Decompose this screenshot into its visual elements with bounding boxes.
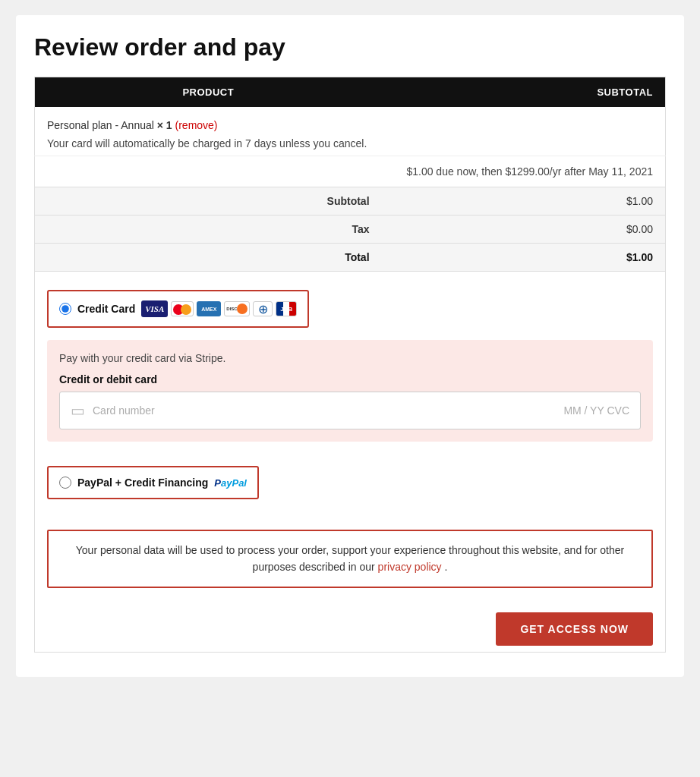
tax-row: Tax $0.00 xyxy=(35,215,666,244)
total-row: Total $1.00 xyxy=(35,244,666,272)
credit-card-option[interactable]: Credit Card VISA AMEX DISC xyxy=(47,290,309,328)
total-label: Total xyxy=(35,244,382,272)
subtotal-header: SUBTOTAL xyxy=(382,77,666,108)
paypal-option[interactable]: PayPal + Credit Financing PayPal xyxy=(47,466,259,499)
subtotal-row: Subtotal $1.00 xyxy=(35,187,666,215)
visa-icon: VISA xyxy=(141,300,168,317)
product-row: Personal plan - Annual × 1 (remove) Your… xyxy=(35,107,666,156)
credit-card-label: Credit Card xyxy=(77,303,135,315)
paypal-radio[interactable] xyxy=(59,477,71,489)
product-header: PRODUCT xyxy=(35,77,382,108)
card-icons: VISA AMEX DISC ⊕ JCB xyxy=(141,300,297,317)
privacy-policy-link[interactable]: privacy policy xyxy=(378,561,442,573)
page-title: Review order and pay xyxy=(34,33,666,61)
card-input-box: ▭ Card number MM / YY CVC xyxy=(59,392,641,429)
price-note: $1.00 due now, then $1299.00/yr after Ma… xyxy=(35,156,666,187)
diners-icon: ⊕ xyxy=(253,301,273,316)
price-note-row: $1.00 due now, then $1299.00/yr after Ma… xyxy=(35,156,666,187)
privacy-text-part2: . xyxy=(445,561,448,573)
discover-icon: DISC xyxy=(224,301,250,316)
order-table: PRODUCT SUBTOTAL Personal plan - Annual … xyxy=(34,77,666,272)
card-number-placeholder: Card number xyxy=(93,404,556,417)
tax-label: Tax xyxy=(35,215,382,244)
paypal-logo: PayPal xyxy=(214,477,247,489)
subtotal-value: $1.00 xyxy=(382,187,666,215)
amex-icon: AMEX xyxy=(197,301,221,316)
subtotal-label: Subtotal xyxy=(35,187,382,215)
tax-value: $0.00 xyxy=(382,215,666,244)
privacy-notice: Your personal data will be used to proce… xyxy=(47,530,653,588)
page-container: Review order and pay PRODUCT SUBTOTAL Pe… xyxy=(16,15,684,677)
credit-card-form: Pay with your credit card via Stripe. Cr… xyxy=(47,340,653,442)
privacy-text-part1: Your personal data will be used to proce… xyxy=(76,544,624,573)
stripe-note: Pay with your credit card via Stripe. xyxy=(59,352,641,364)
get-access-button[interactable]: GET ACCESS NOW xyxy=(496,612,653,646)
button-row: GET ACCESS NOW xyxy=(35,600,665,652)
jcb-icon: JCB xyxy=(276,301,297,316)
card-label: Credit or debit card xyxy=(59,373,641,385)
card-chip-icon: ▭ xyxy=(71,401,85,420)
total-value: $1.00 xyxy=(382,244,666,272)
credit-card-radio[interactable] xyxy=(59,303,71,315)
paypal-label: PayPal + Credit Financing xyxy=(77,477,208,489)
remove-link[interactable]: (remove) xyxy=(175,119,218,131)
payment-section: Credit Card VISA AMEX DISC xyxy=(34,272,666,653)
card-date-cvc: MM / YY CVC xyxy=(563,404,629,417)
product-name: Personal plan - Annual × 1 (remove) xyxy=(47,119,653,131)
product-note: Your card will automatically be charged … xyxy=(47,137,653,149)
mastercard-icon xyxy=(171,301,194,316)
